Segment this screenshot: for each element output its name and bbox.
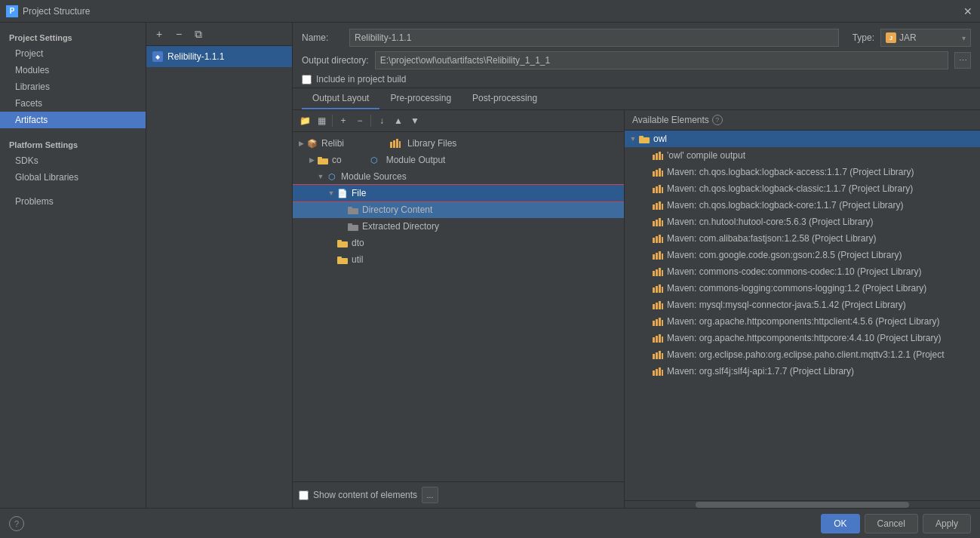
maven-icon-7: [652, 283, 664, 294]
tree-add-btn[interactable]: +: [336, 113, 351, 128]
split-panel: 📁 ▦ + − ↓ ▲ ▼: [293, 110, 980, 508]
avail-node-maven-2[interactable]: Maven: ch.qos.logback:logback-core:1.1.7…: [625, 197, 980, 214]
svg-rect-50: [659, 284, 661, 293]
tree-node-extracted-directory[interactable]: Extracted Directory: [293, 218, 624, 235]
avail-node-maven-12[interactable]: Maven: org.slf4j:slf4j-api:1.7.7 (Projec…: [625, 363, 980, 380]
folder-co-icon: [317, 154, 329, 166]
avail-scrollbar-thumb[interactable]: [696, 502, 909, 508]
tree-node-relibility[interactable]: ▶ 📦 Relibi Library Files: [293, 135, 624, 152]
svg-rect-62: [659, 334, 661, 343]
tree-folder-btn[interactable]: 📁: [297, 113, 312, 128]
tab-pre-processing[interactable]: Pre-processing: [379, 88, 462, 109]
copy-artifact-button[interactable]: ⧉: [190, 26, 207, 42]
title-bar: P Project Structure ✕: [0, 0, 980, 23]
avail-label-compile-output: 'owl' compile output: [667, 150, 745, 161]
apply-button[interactable]: Apply: [923, 514, 971, 533]
avail-node-maven-11[interactable]: Maven: org.eclipse.paho:org.eclipse.paho…: [625, 346, 980, 363]
avail-node-maven-10[interactable]: Maven: org.apache.httpcomponents:httpcor…: [625, 330, 980, 346]
show-content-label[interactable]: Show content of elements: [313, 490, 417, 500]
expand-module-sources[interactable]: ▼: [315, 171, 326, 182]
more-options-button[interactable]: ...: [422, 487, 438, 503]
svg-rect-29: [656, 203, 658, 210]
tree-node-directory-content[interactable]: Directory Content: [293, 201, 624, 218]
expand-relibility[interactable]: ▶: [296, 138, 306, 149]
tree-sort-btn[interactable]: ↓: [374, 113, 389, 128]
maven-icon-6: [652, 266, 664, 277]
close-button[interactable]: ✕: [962, 5, 974, 17]
sidebar-item-facets[interactable]: Facets: [0, 95, 146, 112]
svg-rect-60: [653, 337, 655, 343]
avail-node-maven-9[interactable]: Maven: org.apache.httpcomponents:httpcli…: [625, 313, 980, 330]
avail-node-maven-1[interactable]: Maven: ch.qos.logback:logback-classic:1.…: [625, 180, 980, 197]
tree-node-util[interactable]: util: [293, 251, 624, 268]
tree-layout-btn[interactable]: ▦: [314, 113, 329, 128]
show-content-checkbox[interactable]: [299, 490, 309, 500]
type-select[interactable]: J JAR ▾: [880, 29, 971, 47]
name-input[interactable]: [349, 29, 839, 47]
avail-node-maven-3[interactable]: Maven: cn.hutool:hutool-core:5.6.3 (Proj…: [625, 214, 980, 230]
avail-node-maven-0[interactable]: Maven: ch.qos.logback:logback-access:1.1…: [625, 164, 980, 180]
type-label: Type:: [853, 32, 874, 43]
artifact-list-item[interactable]: ◆ Relibility-1.1.1: [146, 46, 292, 67]
svg-rect-65: [656, 352, 658, 359]
tree-label-dto: dto: [352, 238, 364, 248]
tree-up-btn[interactable]: ▲: [391, 113, 406, 128]
svg-rect-0: [390, 142, 392, 148]
tab-post-processing[interactable]: Post-processing: [462, 88, 548, 109]
svg-rect-9: [348, 223, 352, 226]
tree-label-file: File: [352, 188, 366, 198]
svg-rect-36: [653, 238, 655, 243]
avail-node-maven-4[interactable]: Maven: com.alibaba:fastjson:1.2.58 (Proj…: [625, 230, 980, 247]
tree-remove-btn[interactable]: −: [352, 113, 367, 128]
available-help-icon[interactable]: ?: [712, 115, 723, 125]
avail-node-maven-7[interactable]: Maven: commons-logging:commons-logging:1…: [625, 280, 980, 297]
ok-button[interactable]: OK: [821, 514, 859, 533]
maven-icon-5: [652, 250, 664, 260]
add-artifact-button[interactable]: +: [151, 26, 167, 42]
tree-label-util: util: [352, 254, 363, 265]
svg-rect-61: [656, 336, 658, 343]
tree-node-dto[interactable]: dto: [293, 235, 624, 251]
include-in-build-label[interactable]: Include in project build: [316, 74, 406, 85]
tree-node-file[interactable]: ▼ 📄 File: [293, 185, 624, 201]
tree-down-btn[interactable]: ▼: [407, 113, 422, 128]
avail-node-maven-8[interactable]: Maven: mysql:mysql-connector-java:5.1.42…: [625, 297, 980, 313]
svg-rect-15: [639, 136, 644, 138]
avail-node-owl[interactable]: ▼ owl: [625, 131, 980, 147]
avail-node-maven-5[interactable]: Maven: com.google.code.gson:gson:2.8.5 (…: [625, 247, 980, 263]
tree-label-relibility: Relibi: [321, 138, 344, 149]
sidebar-item-global-libraries[interactable]: Global Libraries: [0, 169, 146, 186]
avail-label-maven-5: Maven: com.google.code.gson:gson:2.8.5 (…: [667, 250, 902, 260]
help-button[interactable]: ?: [9, 516, 24, 531]
svg-rect-59: [662, 320, 663, 326]
sidebar-item-problems[interactable]: Problems: [0, 193, 146, 210]
svg-rect-35: [662, 220, 663, 226]
avail-node-maven-6[interactable]: Maven: commons-codec:commons-codec:1.10 …: [625, 263, 980, 280]
include-in-build-checkbox[interactable]: [302, 75, 312, 85]
svg-rect-16: [653, 155, 655, 160]
svg-rect-25: [656, 186, 658, 193]
avail-scrollbar[interactable]: [625, 500, 980, 508]
sidebar-item-artifacts[interactable]: Artifacts: [0, 112, 146, 128]
sidebar-item-libraries[interactable]: Libraries: [0, 78, 146, 95]
available-panel: Available Elements ? ▼ o: [625, 110, 980, 508]
expand-owl[interactable]: ▼: [628, 135, 638, 143]
maven-icon-1: [652, 183, 664, 194]
tree-node-co[interactable]: ▶ co ⬡ Module Output: [293, 152, 624, 168]
browse-button[interactable]: ⋯: [954, 52, 971, 69]
sidebar-item-project[interactable]: Project: [0, 45, 146, 62]
sidebar-item-sdks[interactable]: SDKs: [0, 152, 146, 169]
available-header: Available Elements ?: [625, 110, 980, 131]
sidebar-item-modules[interactable]: Modules: [0, 62, 146, 78]
remove-artifact-button[interactable]: −: [171, 26, 187, 42]
tab-output-layout[interactable]: Output Layout: [302, 88, 379, 109]
cancel-button[interactable]: Cancel: [865, 514, 918, 533]
tree-node-module-sources[interactable]: ▼ ⬡ Module Sources: [293, 168, 624, 185]
maven-entries: Maven: ch.qos.logback:logback-access:1.1…: [625, 164, 980, 380]
avail-node-compile-output[interactable]: 'owl' compile output: [625, 147, 980, 164]
expand-file[interactable]: ▼: [326, 188, 336, 198]
expand-co[interactable]: ▶: [306, 155, 317, 165]
svg-rect-24: [653, 188, 655, 193]
output-dir-input[interactable]: [375, 51, 948, 69]
maven-icon-2: [652, 200, 664, 211]
